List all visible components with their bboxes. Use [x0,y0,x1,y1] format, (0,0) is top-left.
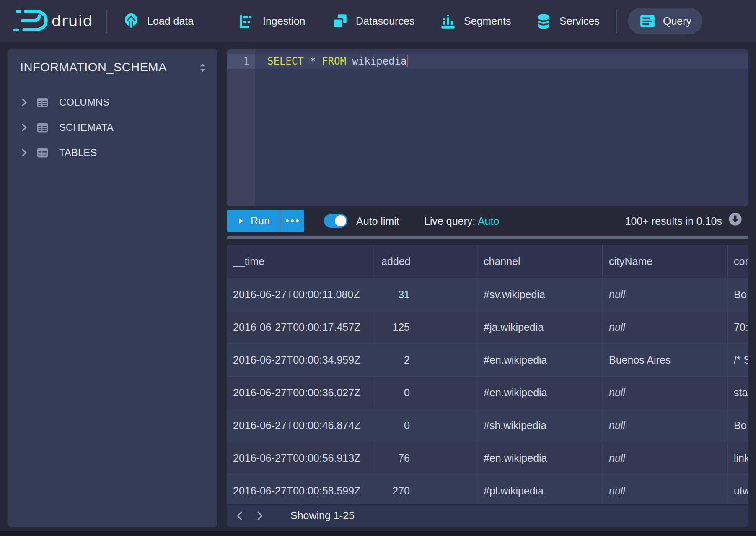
tree-item-label: COLUMNS [59,96,109,108]
cell-channel[interactable]: #sh.wikipedia [477,409,603,442]
cell-comment[interactable]: utw [728,475,748,507]
cell-time[interactable]: 2016-06-27T00:00:17.457Z [227,311,375,343]
sql-code-line: SELECT * FROM wikipedia [267,55,408,67]
tree-item-columns[interactable]: COLUMNS [8,90,217,115]
datasources-icon [331,13,349,30]
results-body: 2016-06-27T00:00:11.080Z 31 #sv.wikipedi… [227,278,748,507]
nav-item-label: Segments [464,15,511,27]
cell-cityname[interactable]: null [603,409,728,442]
column-header-added[interactable]: added [375,245,477,278]
ingestion-icon [238,13,256,30]
cell-time[interactable]: 2016-06-27T00:00:11.080Z [227,278,375,311]
run-more-options-button[interactable] [280,210,304,232]
column-header-channel[interactable]: channel [477,245,603,278]
druid-logo[interactable]: druid [13,7,96,34]
query-icon [639,12,656,30]
sql-keyword: SELECT [267,55,304,67]
cell-cityname[interactable]: Buenos Aires [603,344,728,376]
cell-time[interactable]: 2016-06-27T00:00:46.874Z [227,409,375,442]
cell-cityname[interactable]: null [603,475,728,507]
cell-time[interactable]: 2016-06-27T00:00:36.027Z [227,377,375,409]
cell-comment[interactable]: 70: [728,311,748,343]
chevron-right-icon [19,147,30,158]
nav-item-datasources[interactable]: Datasources [331,0,414,42]
table-row: 2016-06-27T00:00:34.959Z 2 #en.wikipedia… [227,343,748,376]
brand-text: druid [52,12,93,30]
cell-channel[interactable]: #en.wikipedia [477,344,603,376]
chevron-right-icon [254,510,266,522]
auto-limit-toggle[interactable] [324,214,347,228]
cell-comment[interactable]: /* S [728,344,748,376]
tree-item-tables[interactable]: TABLES [8,140,217,165]
panel-splitter[interactable] [227,236,748,239]
download-icon[interactable] [728,212,743,226]
text-cursor [407,55,408,67]
cell-added[interactable]: 125 [375,311,477,343]
run-button[interactable]: Run [227,210,280,232]
schema-title: INFORMATION_SCHEMA [20,60,167,74]
tree-item-label: SCHEMATA [59,122,114,133]
nav-item-segments[interactable]: Segments [439,0,511,42]
toggle-knob [335,215,346,226]
nav-item-query[interactable]: Query [628,8,702,34]
services-icon [535,13,552,30]
cell-cityname[interactable]: null [603,377,728,409]
sql-editor[interactable]: 1 SELECT * FROM wikipedia [227,49,748,206]
cell-comment[interactable]: sta [728,377,748,409]
cell-added[interactable]: 2 [375,344,477,376]
cell-added[interactable]: 270 [375,475,477,507]
nav-item-services[interactable]: Services [535,0,600,42]
sql-star: * [310,55,316,67]
nav-divider [106,9,107,33]
segments-icon [439,13,457,30]
chevron-left-icon [233,510,246,522]
cell-added[interactable]: 31 [375,278,477,311]
upload-icon [122,13,140,30]
cell-comment[interactable]: Bo [728,409,748,442]
bottom-edge [0,531,756,536]
cell-added[interactable]: 0 [375,409,477,442]
cell-cityname[interactable]: null [603,278,728,311]
auto-limit-label: Auto limit [356,215,399,227]
table-row: 2016-06-27T00:00:17.457Z 125 #ja.wikiped… [227,311,748,343]
cell-cityname[interactable]: null [603,442,728,474]
column-header-time[interactable]: __time [227,245,375,278]
line-number: 1 [227,55,255,67]
column-header-cityname[interactable]: cityName [603,245,728,278]
schema-tree: COLUMNS SCHEMATA [8,90,217,165]
nav-item-label: Services [559,15,600,27]
cell-channel[interactable]: #pl.wikipedia [477,475,603,507]
table-row: 2016-06-27T00:00:36.027Z 0 #en.wikipedia… [227,376,748,409]
tree-item-label: TABLES [59,147,97,159]
cell-time[interactable]: 2016-06-27T00:00:34.959Z [227,344,375,376]
cell-channel[interactable]: #en.wikipedia [477,442,603,474]
cell-cityname[interactable]: null [603,311,728,343]
nav-item-load-data[interactable]: Load data [122,0,194,42]
editor-gutter [227,49,255,206]
double-caret-vertical-icon[interactable] [197,62,208,73]
results-panel: __time added channel cityName comment 20… [227,245,748,527]
nav-item-ingestion[interactable]: Ingestion [238,0,305,42]
cell-channel[interactable]: #sv.wikipedia [477,278,603,311]
cell-added[interactable]: 0 [375,377,477,409]
cell-time[interactable]: 2016-06-27T00:00:56.913Z [227,442,375,474]
druid-console: druid Load data Ingestion [0,0,756,536]
previous-page-button[interactable] [233,509,247,523]
cell-added[interactable]: 76 [375,442,477,474]
showing-label: Showing 1-25 [290,510,355,522]
cell-time[interactable]: 2016-06-27T00:00:58.599Z [227,475,375,507]
nav-divider [616,9,617,33]
cell-channel[interactable]: #en.wikipedia [477,377,603,409]
cell-comment[interactable]: Bo [728,278,748,311]
nav-item-label: Load data [147,15,194,27]
sql-identifier: wikipedia [352,55,406,67]
next-page-button[interactable] [253,509,267,523]
nav-item-label: Datasources [356,15,414,27]
table-row: 2016-06-27T00:00:46.874Z 0 #sh.wikipedia… [227,409,748,442]
column-header-comment[interactable]: comment [728,245,748,278]
cell-comment[interactable]: link [728,442,748,474]
cell-channel[interactable]: #ja.wikipedia [477,311,603,343]
tree-item-schemata[interactable]: SCHEMATA [8,115,217,140]
live-query-value[interactable]: Auto [478,215,499,227]
table-icon [36,96,49,109]
